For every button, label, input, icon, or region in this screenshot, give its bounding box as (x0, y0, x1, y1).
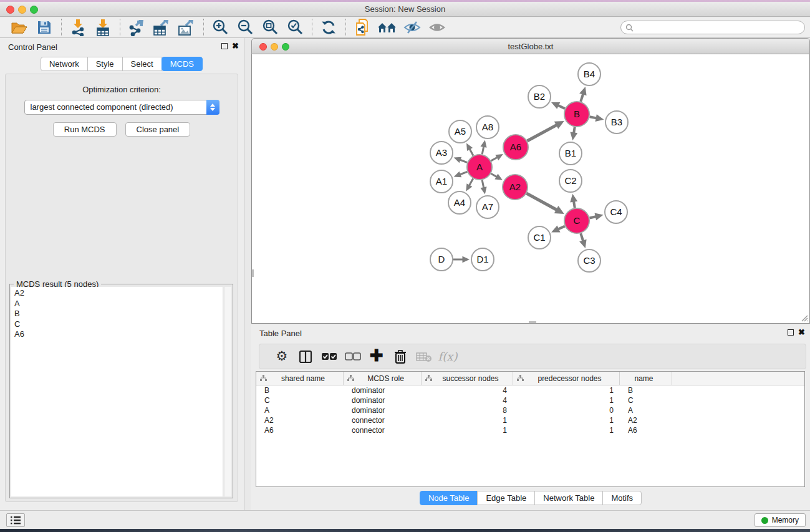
cell-name[interactable]: A (620, 406, 672, 415)
function-builder-icon[interactable]: f(x) (436, 347, 460, 367)
search-input[interactable] (634, 22, 804, 33)
cell-predecessor-nodes[interactable]: 1 (513, 416, 620, 425)
edge-A-A7[interactable] (482, 180, 484, 189)
save-session-icon[interactable] (34, 18, 55, 37)
edge-A-A4[interactable] (469, 178, 473, 186)
horizontal-scroll-mark[interactable] (529, 321, 536, 323)
network-canvas[interactable]: AA1A2A3A4A5A6A7A8BB1B2B3B4CC1C2C3C4DD1 (251, 54, 810, 324)
edge-A-A3[interactable] (460, 160, 468, 163)
column-header-successor-nodes[interactable]: successor nodes (422, 372, 513, 385)
cell-predecessor-nodes[interactable]: 1 (513, 426, 620, 435)
column-header-shared-name[interactable]: shared name (256, 372, 344, 385)
search-box[interactable] (620, 21, 805, 34)
network-window-titlebar[interactable]: testGlobe.txt (251, 38, 810, 54)
zoom-fit-icon[interactable] (259, 18, 281, 37)
zoom-selected-icon[interactable] (284, 18, 306, 37)
import-network-icon[interactable] (67, 18, 89, 37)
edge-A2-C[interactable] (526, 193, 557, 210)
open-session-icon[interactable] (9, 18, 30, 37)
cell-shared-name[interactable]: B (256, 386, 344, 395)
network-graph[interactable]: AA1A2A3A4A5A6A7A8BB1B2B3B4CC1C2C3C4DD1 (252, 54, 809, 322)
export-image-icon[interactable] (176, 18, 197, 37)
table-row[interactable]: A6connector11A6 (256, 425, 804, 435)
duplicate-network-icon[interactable] (352, 18, 373, 37)
cell-shared-name[interactable]: C (256, 396, 344, 405)
tab-network[interactable]: Network (41, 57, 88, 71)
cell-predecessor-nodes[interactable]: 0 (513, 406, 620, 415)
mcds-result-list[interactable]: A2ABCA6 (11, 287, 223, 496)
result-list-item[interactable]: B (14, 309, 223, 319)
cell-shared-name[interactable]: A2 (256, 416, 344, 425)
home-icon[interactable] (377, 18, 398, 37)
cell-MCDS-role[interactable]: connector (344, 426, 422, 435)
settings-icon[interactable]: ⚙ (270, 347, 294, 367)
cell-name[interactable]: C (620, 396, 672, 405)
result-scrollbar[interactable] (224, 287, 231, 496)
cell-predecessor-nodes[interactable]: 1 (513, 386, 620, 395)
delete-column-icon[interactable] (388, 347, 412, 367)
close-panel-button[interactable]: Close panel (125, 122, 191, 137)
tab-motifs[interactable]: Motifs (602, 491, 642, 505)
table-row[interactable]: Bdominator41B (256, 385, 804, 395)
table-row[interactable]: Cdominator41C (256, 395, 804, 405)
cell-successor-nodes[interactable]: 4 (422, 386, 513, 395)
float-table-panel-icon[interactable] (788, 329, 794, 336)
edge-A-A8[interactable] (482, 146, 484, 155)
export-network-icon[interactable] (126, 18, 147, 37)
result-list-item[interactable]: A6 (14, 329, 223, 340)
column-header-MCDS-role[interactable]: MCDS role (344, 372, 422, 385)
cell-MCDS-role[interactable]: dominator (344, 396, 422, 405)
float-panel-icon[interactable] (221, 43, 228, 49)
cell-MCDS-role[interactable]: dominator (344, 406, 422, 415)
close-panel-icon[interactable]: ✖ (232, 42, 239, 49)
cell-successor-nodes[interactable]: 1 (422, 426, 513, 435)
tab-network-table[interactable]: Network Table (534, 491, 603, 505)
criterion-dropdown[interactable]: largest connected component (directed) (24, 100, 219, 115)
zoom-out-icon[interactable] (234, 18, 256, 37)
cell-shared-name[interactable]: A (256, 406, 344, 415)
edge-C-C3[interactable] (581, 233, 583, 241)
tab-node-table[interactable]: Node Table (420, 491, 478, 505)
run-mcds-button[interactable]: Run MCDS (53, 122, 117, 137)
result-list-item[interactable]: A (14, 299, 223, 309)
cell-shared-name[interactable]: A6 (256, 426, 344, 435)
column-layout-icon[interactable] (294, 347, 317, 367)
cell-MCDS-role[interactable]: dominator (344, 386, 422, 395)
tab-style[interactable]: Style (87, 57, 123, 71)
result-list-item[interactable]: C (14, 319, 223, 330)
add-column-icon[interactable]: ✚ (365, 347, 388, 367)
edge-A-A5[interactable] (470, 148, 473, 156)
cell-name[interactable]: B (620, 386, 672, 395)
tab-select[interactable]: Select (122, 57, 162, 71)
close-table-panel-icon[interactable]: ✖ (798, 329, 805, 336)
deselect-all-icon[interactable] (341, 347, 365, 367)
vertical-scroll-mark[interactable] (252, 269, 254, 277)
table-row[interactable]: A2connector11A2 (256, 415, 804, 425)
export-table-icon[interactable] (151, 18, 172, 37)
refresh-icon[interactable] (318, 18, 339, 37)
edge-A6-B[interactable] (527, 125, 557, 141)
show-details-icon[interactable] (427, 18, 448, 37)
resize-grip[interactable] (800, 314, 808, 322)
column-header-name[interactable]: name (620, 372, 672, 385)
result-list-item[interactable]: A2 (14, 288, 223, 299)
zoom-in-icon[interactable] (210, 18, 231, 37)
cell-name[interactable]: A2 (620, 416, 672, 425)
cell-MCDS-role[interactable]: connector (344, 416, 422, 425)
import-table-icon[interactable] (92, 18, 113, 37)
cell-predecessor-nodes[interactable]: 1 (513, 396, 620, 405)
memory-button[interactable]: Memory (755, 513, 806, 527)
task-history-button[interactable] (6, 513, 25, 527)
edge-A-A1[interactable] (460, 172, 468, 175)
hide-details-icon[interactable] (402, 18, 423, 37)
column-header-predecessor-nodes[interactable]: predecessor nodes (513, 372, 620, 385)
tab-edge-table[interactable]: Edge Table (477, 491, 535, 505)
cell-successor-nodes[interactable]: 1 (422, 416, 513, 425)
edge-B-B4[interactable] (581, 94, 583, 102)
table-row[interactable]: Adominator80A (256, 405, 804, 415)
cell-successor-nodes[interactable]: 4 (422, 396, 513, 405)
cell-successor-nodes[interactable]: 8 (422, 406, 513, 415)
cell-name[interactable]: A6 (620, 426, 672, 435)
delete-table-icon[interactable] (412, 347, 436, 367)
select-all-icon[interactable] (317, 347, 341, 367)
